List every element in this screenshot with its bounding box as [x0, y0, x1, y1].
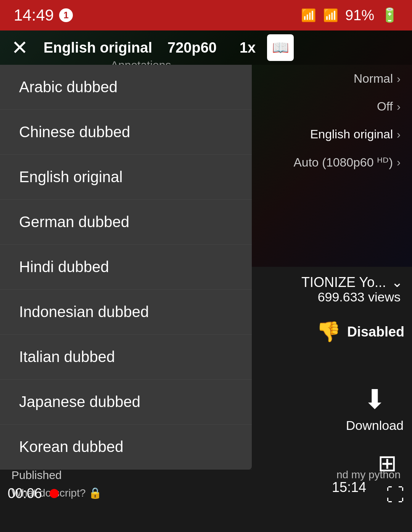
settings-audio-value: English original [310, 127, 393, 141]
wifi-icon: 📶 [301, 8, 316, 22]
battery-icon: 🔋 [381, 7, 398, 23]
language-item-hindi[interactable]: Hindi dubbed [0, 245, 252, 290]
settings-quality-arrow: › [397, 156, 401, 169]
language-item-japanese[interactable]: Japanese dubbed [0, 380, 252, 425]
close-button[interactable]: ✕ [11, 36, 28, 59]
player-speed: 1x [240, 40, 256, 56]
player-header: ✕ English original 720p60 1x 📖 [0, 30, 412, 65]
settings-subtitles-value: Off [377, 99, 393, 114]
language-dropdown[interactable]: Arabic dubbed Chinese dubbed English ori… [0, 65, 252, 470]
settings-speed-value: Normal [354, 72, 393, 86]
thumbs-down-icon[interactable]: 👎 [316, 320, 341, 343]
disabled-badge: 👎 Disabled [316, 320, 404, 343]
python-text: nd my python [336, 469, 401, 481]
status-left: 14:49 1 [14, 6, 73, 24]
settings-subtitles-arrow: › [397, 100, 401, 113]
download-label: Download [346, 418, 404, 433]
settings-panel: Normal › Off › English original › Auto (… [252, 65, 412, 176]
current-time: 00:06 [8, 486, 42, 502]
video-title-text: TIONIZE Yo... [301, 274, 386, 290]
settings-item-speed[interactable]: Normal › [252, 65, 412, 93]
language-item-indonesian[interactable]: Indonesian dubbed [0, 290, 252, 335]
settings-item-quality[interactable]: Auto (1080p60 ᴴᴰ) › [252, 148, 412, 176]
notification-badge: 1 [59, 8, 73, 22]
chevron-down-icon[interactable]: ⌄ [391, 274, 403, 290]
settings-speed-arrow: › [397, 72, 401, 85]
language-item-korean[interactable]: Korean dubbed [0, 425, 252, 470]
download-section[interactable]: ⬇ Download [346, 384, 404, 433]
language-item-arabic[interactable]: Arabic dubbed [0, 65, 252, 110]
player-title: English original [43, 40, 152, 56]
settings-audio-arrow: › [397, 128, 401, 141]
video-controls: 00:06 [0, 486, 412, 502]
battery-indicator: 91% [345, 7, 374, 24]
language-item-english[interactable]: English original [0, 155, 252, 200]
disabled-label: Disabled [347, 324, 404, 340]
language-item-chinese[interactable]: Chinese dubbed [0, 110, 252, 155]
status-time: 14:49 [14, 6, 54, 24]
player-quality: 720p60 [167, 40, 217, 56]
language-item-italian[interactable]: Italian dubbed [0, 335, 252, 380]
progress-dot [50, 489, 59, 498]
settings-item-subtitles[interactable]: Off › [252, 93, 412, 120]
published-label: Published [11, 469, 102, 482]
book-icon: 📖 [272, 40, 289, 56]
status-bar: 14:49 1 📶 📶 91% 🔋 [0, 0, 412, 30]
views-count: 699.633 views [318, 290, 401, 304]
settings-item-audio[interactable]: English original › [252, 120, 412, 148]
caption-icon[interactable]: 📖 [267, 34, 294, 61]
download-icon: ⬇ [364, 384, 386, 415]
status-right: 📶 📶 91% 🔋 [301, 7, 398, 24]
language-item-german[interactable]: German dubbed [0, 200, 252, 245]
settings-quality-value: Auto (1080p60 ᴴᴰ) [294, 155, 393, 170]
signal-icon: 📶 [323, 8, 338, 22]
